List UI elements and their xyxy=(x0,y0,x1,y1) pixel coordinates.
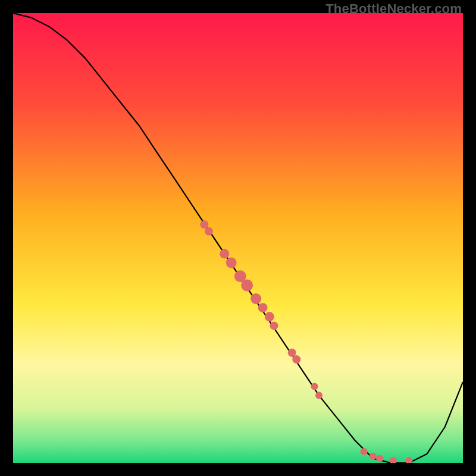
scatter-point xyxy=(220,249,229,259)
scatter-point xyxy=(258,303,268,312)
chart-frame xyxy=(13,13,463,463)
scatter-point xyxy=(200,220,208,228)
scatter-point xyxy=(265,312,274,321)
scatter-point xyxy=(361,448,368,455)
scatter-point xyxy=(250,293,261,304)
scatter-point xyxy=(369,453,377,460)
scatter-point xyxy=(226,258,237,268)
scatter-point xyxy=(292,355,300,364)
watermark-text: TheBottleNecker.com xyxy=(325,1,462,17)
scatter-point xyxy=(205,227,213,236)
scatter-point xyxy=(315,392,322,399)
scatter-point xyxy=(270,321,278,330)
scatter-point xyxy=(241,279,253,291)
scatter-point xyxy=(311,383,318,390)
scatter-point xyxy=(376,455,383,462)
chart-background xyxy=(13,13,463,463)
chart-svg xyxy=(13,13,463,463)
